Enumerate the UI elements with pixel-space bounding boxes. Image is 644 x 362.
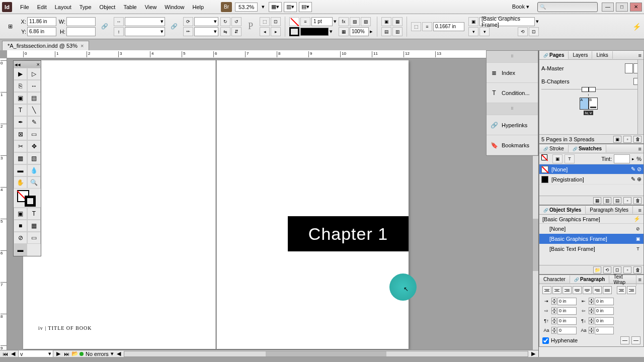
document-tab[interactable]: *A_firstssection.indd @ 53% × [2,41,89,50]
pages-thumbnails-area[interactable]: ⫶ A B iv, v [539,87,637,134]
chapter-title-frame[interactable]: Chapter 1 [288,216,409,251]
right-indent-stepper[interactable]: ▴▾ [589,298,594,305]
menu-layout[interactable]: Layout [51,2,75,12]
ruler-vertical[interactable]: 0 1 2 3 4 5 6 7 8 9 [0,58,7,350]
menu-type[interactable]: Type [75,2,96,12]
selection-tool[interactable]: ▶ [14,68,27,80]
para-direction-2-icon[interactable] [631,336,640,344]
space-before-input[interactable] [557,317,577,325]
corner-options-icon[interactable]: ⬚ [411,22,421,31]
master-a-row[interactable]: A-Master [541,62,641,75]
objstyle-basic-graphics-row[interactable]: [Basic Graphics Frame] ▣ [539,234,643,244]
minimize-button[interactable]: — [602,3,614,12]
canvas-area[interactable]: 0 1 2 3 4 5 6 7 8 9 10 11 12 13 0 1 2 3 … [0,50,538,357]
space-after-stepper[interactable]: ▴▾ [589,317,594,324]
dock-hyperlinks[interactable]: 🔗Hyperlinks [487,115,538,135]
align-left-button[interactable] [542,286,551,294]
tab-stroke[interactable]: Stroke [539,145,569,152]
justify-center-button[interactable] [583,286,592,294]
view-options-1[interactable]: ▦▾ [269,2,282,12]
text-wrap-none-icon[interactable]: ▣ [381,17,391,26]
apply-color-icon[interactable]: ■ [14,220,27,232]
bridge-button[interactable]: Br [221,2,232,12]
rotate-ccw-icon[interactable]: ↺ [231,17,242,26]
p-icon[interactable]: P [244,20,258,34]
line-tool[interactable]: ╲ [27,104,41,116]
opacity-icon[interactable]: ▧ [350,17,360,26]
object-style-dd-arrow[interactable]: ▾ [536,18,539,25]
objstyle-none-row[interactable]: [None] ⊘ [539,224,643,234]
swatch-view-1-icon[interactable]: ▦ [593,197,601,204]
tab-paragraph-styles[interactable]: Paragraph Styles [586,206,633,214]
tab-pages[interactable]: Pages [539,51,569,59]
page-spread[interactable]: iv | TITLE OF BOOK Chapter 1 [23,60,409,349]
search-input[interactable] [537,2,598,12]
type-tool[interactable]: T [14,104,27,116]
opacity-dd-arrow[interactable]: ▸ [370,28,373,35]
normal-view-mode[interactable]: ▭ [27,232,41,244]
y-position-input[interactable] [27,27,56,36]
preview-mode[interactable]: ▬ [14,244,27,256]
new-page-icon[interactable]: ▫ [623,136,631,143]
next-page-button[interactable]: ▶ [55,350,61,357]
x-position-input[interactable] [27,17,56,26]
free-transform-tool[interactable]: ✥ [27,140,41,152]
select-content-icon[interactable]: ⊡ [271,17,281,26]
effects-icon[interactable]: fx [339,17,349,26]
menu-object[interactable]: Object [96,2,120,12]
menu-file[interactable]: File [16,2,33,12]
last-line-input[interactable] [595,307,614,315]
apply-gradient-icon[interactable]: ▦ [27,220,41,232]
delete-page-icon[interactable]: 🗑 [633,136,641,143]
content-placer-tool[interactable]: ▤ [27,92,41,104]
reference-point-icon[interactable]: ⊞ [3,20,17,34]
fill-stroke-control[interactable] [14,189,41,208]
stroke-weight-dd-arrow[interactable]: ▾ [334,18,337,25]
tools-collapse-icon[interactable]: ◂◂ [15,61,21,68]
prev-page-button[interactable]: ◀ [10,350,16,357]
right-indent-input[interactable] [595,298,614,305]
content-collector-tool[interactable]: ▣ [14,92,27,104]
clear-override-icon[interactable]: ⟲ [518,27,528,36]
dock-bookmarks[interactable]: 🔖Bookmarks [487,135,538,155]
gradient-feather-tool[interactable]: ▧ [27,152,41,164]
apply-container-icon[interactable]: ▣ [14,208,27,220]
gradient-swatch-tool[interactable]: ▦ [14,152,27,164]
scissors-tool[interactable]: ✂ [14,140,27,152]
new-swatch-icon[interactable]: ▫ [623,197,631,204]
menu-window[interactable]: Window [160,2,188,12]
zoom-level[interactable]: 53.2% [235,3,258,12]
objstyle-group-icon[interactable]: 📁 [593,266,601,274]
tab-object-styles[interactable]: Object Styles [539,206,586,214]
pencil-tool[interactable]: ✎ [27,116,41,128]
dock-conditional[interactable]: TCondition... [487,83,538,103]
maximize-button[interactable]: □ [616,3,628,12]
para-direction-1-icon[interactable] [620,336,629,344]
swatch-none-row[interactable]: [None] ✎⊘ [539,164,643,174]
page-right[interactable]: Chapter 1 [216,60,409,349]
menu-table[interactable]: Table [119,2,140,12]
note-tool[interactable]: ▬ [14,164,27,176]
tab-paragraph[interactable]: Paragraph [570,276,609,283]
stroke-weight-input[interactable] [311,17,333,26]
swatches-panel-menu-icon[interactable]: ≡ [636,146,643,152]
stroke-weight-stepper[interactable]: ≡ [300,17,310,26]
pen-tool[interactable]: ✒ [14,116,27,128]
drop-shadow-icon[interactable]: ▨ [361,17,371,26]
clear-override-2-icon[interactable]: ⊡ [529,27,539,36]
constrain-proportions-icon[interactable]: 🔗 [98,20,112,34]
space-after-input[interactable] [595,317,614,325]
gap-tool[interactable]: ↔ [27,80,41,92]
fitting-dd-icon[interactable]: ▾ [468,27,478,36]
menu-edit[interactable]: Edit [33,2,51,12]
edit-page-size-icon[interactable]: ▣ [613,136,621,143]
swatch-fill-stroke-icon[interactable] [541,154,550,163]
apply-text-icon[interactable]: T [27,208,41,220]
objstyle-basic-text-row[interactable]: [Basic Text Frame] T [539,244,643,254]
space-before-stepper[interactable]: ▴▾ [551,317,556,324]
eyedropper-tool[interactable]: 💧 [27,164,41,176]
menu-help[interactable]: Help [188,2,208,12]
zoom-dropdown-arrow[interactable]: ▾ [260,4,267,10]
scale-x-dropdown[interactable]: ▾ [125,17,165,26]
open-icon[interactable]: 📂 [71,350,77,357]
